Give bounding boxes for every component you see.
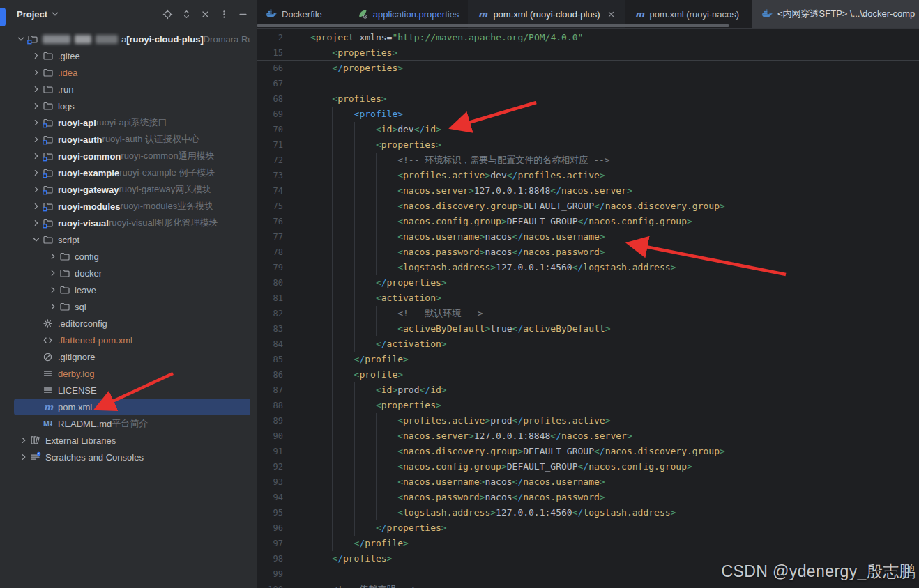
tree-row-docker[interactable]: docker xyxy=(14,265,250,281)
code-line[interactable]: 66</properties> xyxy=(257,61,919,76)
line-number[interactable]: 83 xyxy=(257,321,283,336)
line-number[interactable]: 82 xyxy=(257,306,283,321)
code-line[interactable]: 70<id>dev</id> xyxy=(257,122,919,137)
tree-row-gitignore[interactable]: .gitignore xyxy=(14,348,250,365)
code-line[interactable]: 15<properties> xyxy=(257,45,919,61)
line-number[interactable]: 68 xyxy=(257,91,283,107)
chevron-right-icon[interactable] xyxy=(30,169,42,177)
chevron-right-icon[interactable] xyxy=(30,68,42,77)
line-number[interactable]: 93 xyxy=(257,474,283,490)
tree-row-ruoyi-common[interactable]: ruoyi-common ruoyi-common通用模块 xyxy=(14,148,250,164)
chevron-right-icon[interactable] xyxy=(30,219,42,227)
line-number[interactable]: 97 xyxy=(257,536,283,551)
line-number[interactable]: 99 xyxy=(257,566,283,582)
tree-row-ruoyi-modules[interactable]: ruoyi-modules ruoyi-modules业务模块 xyxy=(14,198,250,215)
tab-close-icon[interactable] xyxy=(607,10,616,19)
chevron-right-icon[interactable] xyxy=(30,118,42,127)
code-line[interactable]: 87<id>prod</id> xyxy=(257,382,919,398)
tree-row-pom-xml[interactable]: mpom.xml xyxy=(14,399,250,415)
code-line[interactable]: 88<properties> xyxy=(257,398,919,413)
code-line[interactable]: 99 xyxy=(257,566,919,582)
more-options-button[interactable] xyxy=(218,8,229,20)
chevron-right-icon[interactable] xyxy=(17,436,29,444)
line-number[interactable]: 71 xyxy=(257,137,283,153)
line-number[interactable]: 69 xyxy=(257,107,283,122)
code-line[interactable]: 97</profile> xyxy=(257,536,919,551)
code-line[interactable]: 79<logstash.address>127.0.0.1:4560</logs… xyxy=(257,260,919,275)
line-number[interactable]: 81 xyxy=(257,291,283,306)
line-number[interactable]: 86 xyxy=(257,367,283,382)
line-number[interactable]: 98 xyxy=(257,551,283,566)
code-line[interactable]: 90<nacos.server>127.0.0.1:8848</nacos.se… xyxy=(257,428,919,444)
line-number[interactable]: 76 xyxy=(257,214,283,229)
tree-row-derby-log[interactable]: derby.log xyxy=(14,365,250,382)
tree-row-license[interactable]: LICENSE xyxy=(14,382,250,399)
tree-row-gitee[interactable]: .gitee xyxy=(14,47,250,64)
code-line[interactable]: 73<profiles.active>dev</profiles.active> xyxy=(257,168,919,183)
line-number[interactable]: 94 xyxy=(257,490,283,505)
line-number[interactable]: 78 xyxy=(257,245,283,260)
code-line[interactable]: 76<nacos.config.group>DEFAULT_GROUP</nac… xyxy=(257,214,919,229)
tree-row-idea[interactable]: .idea xyxy=(14,64,250,81)
line-number[interactable]: 72 xyxy=(257,153,283,168)
code-line[interactable]: 91<nacos.discovery.group>DEFAULT_GROUP</… xyxy=(257,444,919,459)
code-line[interactable]: 67 xyxy=(257,76,919,91)
project-panel-title[interactable]: Project xyxy=(17,9,47,20)
code-line[interactable]: 81<activation> xyxy=(257,291,919,306)
code-line[interactable]: 93<nacos.username>nacos</nacos.username> xyxy=(257,474,919,490)
line-number[interactable]: 77 xyxy=(257,229,283,245)
line-number[interactable]: 91 xyxy=(257,444,283,459)
code-line[interactable]: 75<nacos.discovery.group>DEFAULT_GROUP</… xyxy=(257,199,919,214)
locate-button[interactable] xyxy=(162,8,173,20)
chevron-right-icon[interactable] xyxy=(30,185,42,194)
tree-row-ruoyi-auth[interactable]: ruoyi-auth ruoyi-auth 认证授权中心 xyxy=(14,131,250,148)
code-line[interactable]: 80</properties> xyxy=(257,275,919,291)
line-number[interactable]: 79 xyxy=(257,260,283,275)
code-line[interactable]: 74<nacos.server>127.0.0.1:8848</nacos.se… xyxy=(257,183,919,199)
line-number[interactable]: 87 xyxy=(257,382,283,398)
chevron-right-icon[interactable] xyxy=(30,85,42,93)
tree-row-scratches[interactable]: Scratches and Consoles xyxy=(14,449,250,465)
line-number[interactable]: 80 xyxy=(257,275,283,291)
tab-application-properties[interactable]: application.properties xyxy=(348,0,469,28)
chevron-right-icon[interactable] xyxy=(30,102,42,110)
code-line[interactable]: 69<profile> xyxy=(257,107,919,122)
line-number[interactable]: 73 xyxy=(257,168,283,183)
expand-collapse-button[interactable] xyxy=(181,8,192,20)
code-line[interactable]: 94<nacos.password>nacos</nacos.password> xyxy=(257,490,919,505)
line-number[interactable]: 100 xyxy=(257,582,283,588)
code-line[interactable]: 100<!-- 依赖声明 --> xyxy=(257,582,919,588)
line-number[interactable]: 85 xyxy=(257,352,283,367)
tab-dockerfile[interactable]: Dockerfile xyxy=(257,0,331,28)
code-line[interactable]: 89<profiles.active>prod</profiles.active… xyxy=(257,413,919,428)
line-number[interactable]: 2 xyxy=(257,30,283,45)
project-tool-window-indicator[interactable] xyxy=(0,8,6,26)
code-line[interactable]: 92<nacos.config.group>DEFAULT_GROUP</nac… xyxy=(257,459,919,474)
code-line[interactable]: 96</properties> xyxy=(257,520,919,536)
chevron-down-icon[interactable] xyxy=(15,35,26,43)
line-number[interactable]: 66 xyxy=(257,61,283,76)
tree-row-external-libraries[interactable]: External Libraries xyxy=(14,432,250,449)
line-number[interactable]: 74 xyxy=(257,183,283,199)
tab-scrollbar-thumb[interactable] xyxy=(257,24,729,27)
chevron-right-icon[interactable] xyxy=(17,453,29,461)
chevron-right-icon[interactable] xyxy=(30,202,42,210)
code-line[interactable]: 82<!-- 默认环境 --> xyxy=(257,306,919,321)
line-number[interactable]: 88 xyxy=(257,398,283,413)
hide-panel-button[interactable] xyxy=(237,8,248,20)
tab-pom-ruoyi-nacos[interactable]: mpom.xml (ruoyi-nacos) xyxy=(625,0,749,28)
tab-sftp-docker-compose[interactable]: <内网穿透SFTP> \...\docker-comp xyxy=(752,0,919,28)
tree-row-logs[interactable]: logs xyxy=(14,98,250,114)
tree-row-run[interactable]: .run xyxy=(14,81,250,98)
code-line[interactable]: 85</profile> xyxy=(257,352,919,367)
code-line[interactable]: 78<nacos.password>nacos</nacos.password> xyxy=(257,245,919,260)
code-line[interactable]: 71<properties> xyxy=(257,137,919,153)
chevron-right-icon[interactable] xyxy=(47,286,59,294)
line-number[interactable]: 15 xyxy=(257,45,283,61)
tree-row-editorconfig[interactable]: .editorconfig xyxy=(14,315,250,332)
code-line[interactable]: 84</activation> xyxy=(257,336,919,352)
tree-row-readme[interactable]: MREADME.md 平台简介 xyxy=(14,415,250,432)
code-line[interactable]: 95<logstash.address>127.0.0.1:4560</logs… xyxy=(257,505,919,520)
tree-row-ruoyi-visual[interactable]: ruoyi-visual ruoyi-visual图形化管理模块 xyxy=(14,215,250,231)
line-number[interactable]: 67 xyxy=(257,76,283,91)
